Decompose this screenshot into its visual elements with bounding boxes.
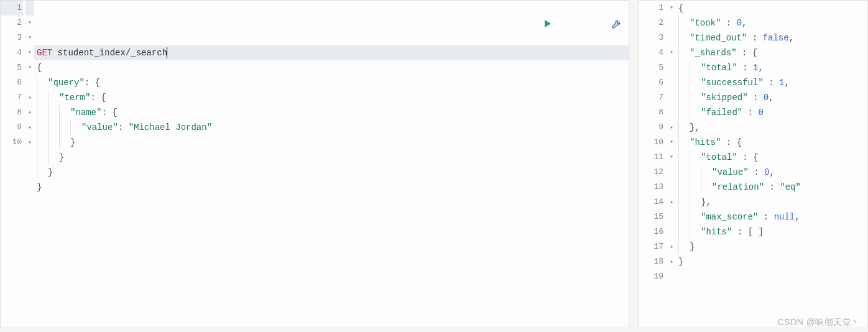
response-code: {"took" : 0,"timed_out" : false,"_shards… [676, 1, 867, 328]
fold-column-right[interactable]: ▾▾▴▾▾▴▴▴ [667, 1, 676, 328]
request-code[interactable]: GET student_index/_search{"query": {"ter… [34, 1, 629, 328]
wrench-icon[interactable] [559, 3, 622, 49]
svg-marker-0 [545, 20, 551, 27]
watermark: CSDN @响彻天堂丶 [778, 317, 861, 328]
line-gutter-left: 12345678910 [1, 1, 25, 328]
request-editor[interactable]: 12345678910 ▾▾▾▾▴▴▴▴ GET student_index/_… [0, 0, 629, 328]
line-gutter-right: 12345678910111213141516171819 [639, 1, 667, 328]
run-icon[interactable] [491, 4, 553, 48]
response-viewer[interactable]: 12345678910111213141516171819 ▾▾▴▾▾▴▴▴ {… [638, 0, 868, 328]
fold-column-left[interactable]: ▾▾▾▾▴▴▴▴ [25, 1, 34, 328]
